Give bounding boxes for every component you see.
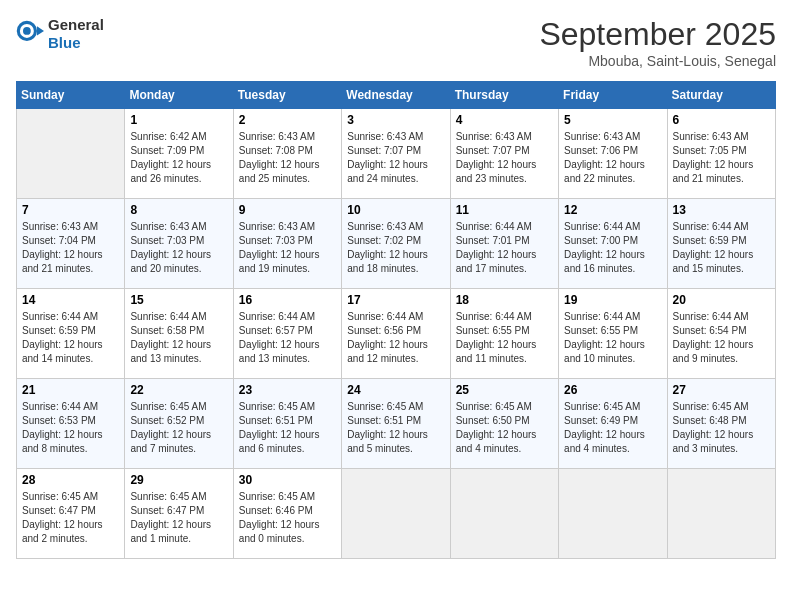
location-subtitle: Mbouba, Saint-Louis, Senegal bbox=[539, 53, 776, 69]
calendar-cell: 11Sunrise: 6:44 AMSunset: 7:01 PMDayligh… bbox=[450, 199, 558, 289]
day-number: 2 bbox=[239, 113, 336, 127]
day-info: Sunrise: 6:44 AMSunset: 6:56 PMDaylight:… bbox=[347, 310, 444, 366]
day-info: Sunrise: 6:44 AMSunset: 6:57 PMDaylight:… bbox=[239, 310, 336, 366]
calendar-cell bbox=[559, 469, 667, 559]
day-info: Sunrise: 6:45 AMSunset: 6:48 PMDaylight:… bbox=[673, 400, 770, 456]
calendar-week-row: 7Sunrise: 6:43 AMSunset: 7:04 PMDaylight… bbox=[17, 199, 776, 289]
calendar-header-row: SundayMondayTuesdayWednesdayThursdayFrid… bbox=[17, 82, 776, 109]
day-number: 13 bbox=[673, 203, 770, 217]
logo-text-blue: Blue bbox=[48, 34, 81, 51]
calendar-cell: 19Sunrise: 6:44 AMSunset: 6:55 PMDayligh… bbox=[559, 289, 667, 379]
calendar-cell: 29Sunrise: 6:45 AMSunset: 6:47 PMDayligh… bbox=[125, 469, 233, 559]
day-number: 26 bbox=[564, 383, 661, 397]
day-info: Sunrise: 6:45 AMSunset: 6:51 PMDaylight:… bbox=[347, 400, 444, 456]
day-number: 21 bbox=[22, 383, 119, 397]
calendar-cell: 14Sunrise: 6:44 AMSunset: 6:59 PMDayligh… bbox=[17, 289, 125, 379]
day-number: 30 bbox=[239, 473, 336, 487]
day-info: Sunrise: 6:44 AMSunset: 6:59 PMDaylight:… bbox=[673, 220, 770, 276]
calendar-table: SundayMondayTuesdayWednesdayThursdayFrid… bbox=[16, 81, 776, 559]
calendar-week-row: 1Sunrise: 6:42 AMSunset: 7:09 PMDaylight… bbox=[17, 109, 776, 199]
calendar-cell: 2Sunrise: 6:43 AMSunset: 7:08 PMDaylight… bbox=[233, 109, 341, 199]
day-number: 15 bbox=[130, 293, 227, 307]
calendar-cell: 24Sunrise: 6:45 AMSunset: 6:51 PMDayligh… bbox=[342, 379, 450, 469]
calendar-week-row: 28Sunrise: 6:45 AMSunset: 6:47 PMDayligh… bbox=[17, 469, 776, 559]
calendar-cell: 25Sunrise: 6:45 AMSunset: 6:50 PMDayligh… bbox=[450, 379, 558, 469]
calendar-cell: 6Sunrise: 6:43 AMSunset: 7:05 PMDaylight… bbox=[667, 109, 775, 199]
month-title: September 2025 bbox=[539, 16, 776, 53]
calendar-cell bbox=[342, 469, 450, 559]
calendar-cell bbox=[450, 469, 558, 559]
col-header-thursday: Thursday bbox=[450, 82, 558, 109]
day-info: Sunrise: 6:45 AMSunset: 6:51 PMDaylight:… bbox=[239, 400, 336, 456]
day-info: Sunrise: 6:43 AMSunset: 7:07 PMDaylight:… bbox=[347, 130, 444, 186]
day-number: 22 bbox=[130, 383, 227, 397]
day-info: Sunrise: 6:43 AMSunset: 7:03 PMDaylight:… bbox=[130, 220, 227, 276]
day-info: Sunrise: 6:44 AMSunset: 6:54 PMDaylight:… bbox=[673, 310, 770, 366]
day-number: 14 bbox=[22, 293, 119, 307]
day-info: Sunrise: 6:45 AMSunset: 6:52 PMDaylight:… bbox=[130, 400, 227, 456]
day-info: Sunrise: 6:44 AMSunset: 6:55 PMDaylight:… bbox=[564, 310, 661, 366]
calendar-cell: 22Sunrise: 6:45 AMSunset: 6:52 PMDayligh… bbox=[125, 379, 233, 469]
col-header-tuesday: Tuesday bbox=[233, 82, 341, 109]
calendar-cell: 1Sunrise: 6:42 AMSunset: 7:09 PMDaylight… bbox=[125, 109, 233, 199]
day-info: Sunrise: 6:45 AMSunset: 6:46 PMDaylight:… bbox=[239, 490, 336, 546]
svg-marker-3 bbox=[37, 26, 44, 35]
calendar-cell: 30Sunrise: 6:45 AMSunset: 6:46 PMDayligh… bbox=[233, 469, 341, 559]
calendar-cell: 13Sunrise: 6:44 AMSunset: 6:59 PMDayligh… bbox=[667, 199, 775, 289]
calendar-cell: 10Sunrise: 6:43 AMSunset: 7:02 PMDayligh… bbox=[342, 199, 450, 289]
calendar-week-row: 14Sunrise: 6:44 AMSunset: 6:59 PMDayligh… bbox=[17, 289, 776, 379]
day-info: Sunrise: 6:43 AMSunset: 7:07 PMDaylight:… bbox=[456, 130, 553, 186]
calendar-cell: 9Sunrise: 6:43 AMSunset: 7:03 PMDaylight… bbox=[233, 199, 341, 289]
day-number: 19 bbox=[564, 293, 661, 307]
day-number: 1 bbox=[130, 113, 227, 127]
col-header-sunday: Sunday bbox=[17, 82, 125, 109]
day-number: 23 bbox=[239, 383, 336, 397]
calendar-cell: 21Sunrise: 6:44 AMSunset: 6:53 PMDayligh… bbox=[17, 379, 125, 469]
calendar-cell: 3Sunrise: 6:43 AMSunset: 7:07 PMDaylight… bbox=[342, 109, 450, 199]
svg-point-2 bbox=[23, 27, 31, 35]
day-info: Sunrise: 6:45 AMSunset: 6:47 PMDaylight:… bbox=[22, 490, 119, 546]
calendar-cell: 17Sunrise: 6:44 AMSunset: 6:56 PMDayligh… bbox=[342, 289, 450, 379]
col-header-saturday: Saturday bbox=[667, 82, 775, 109]
day-number: 27 bbox=[673, 383, 770, 397]
day-number: 4 bbox=[456, 113, 553, 127]
col-header-friday: Friday bbox=[559, 82, 667, 109]
calendar-cell: 20Sunrise: 6:44 AMSunset: 6:54 PMDayligh… bbox=[667, 289, 775, 379]
day-info: Sunrise: 6:44 AMSunset: 6:59 PMDaylight:… bbox=[22, 310, 119, 366]
day-info: Sunrise: 6:44 AMSunset: 6:53 PMDaylight:… bbox=[22, 400, 119, 456]
calendar-cell: 15Sunrise: 6:44 AMSunset: 6:58 PMDayligh… bbox=[125, 289, 233, 379]
day-number: 24 bbox=[347, 383, 444, 397]
calendar-week-row: 21Sunrise: 6:44 AMSunset: 6:53 PMDayligh… bbox=[17, 379, 776, 469]
title-block: September 2025 Mbouba, Saint-Louis, Sene… bbox=[539, 16, 776, 69]
day-info: Sunrise: 6:43 AMSunset: 7:03 PMDaylight:… bbox=[239, 220, 336, 276]
day-number: 29 bbox=[130, 473, 227, 487]
day-info: Sunrise: 6:45 AMSunset: 6:47 PMDaylight:… bbox=[130, 490, 227, 546]
day-number: 8 bbox=[130, 203, 227, 217]
calendar-cell: 28Sunrise: 6:45 AMSunset: 6:47 PMDayligh… bbox=[17, 469, 125, 559]
calendar-cell: 26Sunrise: 6:45 AMSunset: 6:49 PMDayligh… bbox=[559, 379, 667, 469]
calendar-cell: 16Sunrise: 6:44 AMSunset: 6:57 PMDayligh… bbox=[233, 289, 341, 379]
day-info: Sunrise: 6:43 AMSunset: 7:04 PMDaylight:… bbox=[22, 220, 119, 276]
day-info: Sunrise: 6:43 AMSunset: 7:08 PMDaylight:… bbox=[239, 130, 336, 186]
day-info: Sunrise: 6:45 AMSunset: 6:49 PMDaylight:… bbox=[564, 400, 661, 456]
calendar-cell: 5Sunrise: 6:43 AMSunset: 7:06 PMDaylight… bbox=[559, 109, 667, 199]
day-info: Sunrise: 6:43 AMSunset: 7:02 PMDaylight:… bbox=[347, 220, 444, 276]
day-info: Sunrise: 6:43 AMSunset: 7:05 PMDaylight:… bbox=[673, 130, 770, 186]
day-number: 7 bbox=[22, 203, 119, 217]
day-number: 9 bbox=[239, 203, 336, 217]
day-number: 5 bbox=[564, 113, 661, 127]
day-number: 11 bbox=[456, 203, 553, 217]
day-info: Sunrise: 6:44 AMSunset: 6:55 PMDaylight:… bbox=[456, 310, 553, 366]
day-number: 28 bbox=[22, 473, 119, 487]
day-number: 20 bbox=[673, 293, 770, 307]
calendar-cell: 4Sunrise: 6:43 AMSunset: 7:07 PMDaylight… bbox=[450, 109, 558, 199]
day-number: 17 bbox=[347, 293, 444, 307]
calendar-cell: 12Sunrise: 6:44 AMSunset: 7:00 PMDayligh… bbox=[559, 199, 667, 289]
calendar-cell: 18Sunrise: 6:44 AMSunset: 6:55 PMDayligh… bbox=[450, 289, 558, 379]
page-header: General Blue September 2025 Mbouba, Sain… bbox=[16, 16, 776, 69]
col-header-wednesday: Wednesday bbox=[342, 82, 450, 109]
logo-text-general: General bbox=[48, 16, 104, 33]
day-info: Sunrise: 6:44 AMSunset: 7:01 PMDaylight:… bbox=[456, 220, 553, 276]
day-info: Sunrise: 6:45 AMSunset: 6:50 PMDaylight:… bbox=[456, 400, 553, 456]
day-number: 16 bbox=[239, 293, 336, 307]
